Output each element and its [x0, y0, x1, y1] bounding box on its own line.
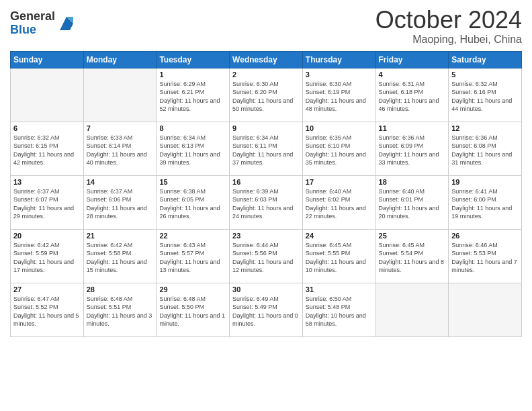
calendar-week-row: 13Sunrise: 6:37 AMSunset: 6:07 PMDayligh…	[11, 175, 522, 229]
day-number: 11	[379, 124, 446, 132]
sun-info: Sunrise: 6:35 AMSunset: 6:10 PMDaylight:…	[306, 134, 373, 167]
day-number: 18	[379, 178, 446, 186]
sun-info: Sunrise: 6:45 AMSunset: 5:55 PMDaylight:…	[306, 241, 373, 275]
sun-info: Sunrise: 6:32 AMSunset: 6:15 PMDaylight:…	[13, 134, 81, 167]
logo-icon	[56, 13, 77, 34]
calendar-week-row: 6Sunrise: 6:32 AMSunset: 6:15 PMDaylight…	[11, 122, 522, 175]
day-number: 16	[232, 178, 300, 186]
calendar-week-row: 1Sunrise: 6:29 AMSunset: 6:21 PMDaylight…	[11, 68, 522, 122]
day-number: 6	[13, 124, 81, 132]
table-row: 14Sunrise: 6:37 AMSunset: 6:06 PMDayligh…	[83, 175, 157, 229]
sun-info: Sunrise: 6:37 AMSunset: 6:07 PMDaylight:…	[13, 187, 81, 221]
location: Maoping, Hubei, China	[375, 34, 522, 46]
day-number: 29	[159, 285, 226, 293]
sun-info: Sunrise: 6:30 AMSunset: 6:20 PMDaylight:…	[232, 80, 300, 113]
sun-info: Sunrise: 6:42 AMSunset: 5:58 PMDaylight:…	[87, 241, 154, 275]
header-monday: Monday	[83, 51, 157, 68]
table-row: 8Sunrise: 6:34 AMSunset: 6:13 PMDaylight…	[157, 122, 230, 175]
logo-content: General Blue	[10, 10, 77, 37]
header: General Blue October 2024 Maoping, Hubei…	[10, 7, 522, 46]
sun-info: Sunrise: 6:37 AMSunset: 6:06 PMDaylight:…	[87, 187, 154, 221]
day-number: 17	[306, 178, 373, 186]
table-row: 22Sunrise: 6:43 AMSunset: 5:57 PMDayligh…	[157, 229, 230, 283]
table-row: 6Sunrise: 6:32 AMSunset: 6:15 PMDaylight…	[11, 122, 84, 175]
table-row: 31Sunrise: 6:50 AMSunset: 5:48 PMDayligh…	[302, 283, 375, 336]
table-row: 17Sunrise: 6:40 AMSunset: 6:02 PMDayligh…	[302, 175, 375, 229]
day-number: 14	[87, 178, 154, 186]
sun-info: Sunrise: 6:30 AMSunset: 6:19 PMDaylight:…	[306, 80, 373, 113]
day-number: 27	[13, 285, 81, 293]
table-row: 18Sunrise: 6:40 AMSunset: 6:01 PMDayligh…	[375, 175, 449, 229]
table-row	[449, 283, 522, 336]
day-number: 30	[232, 285, 300, 293]
day-number: 7	[87, 124, 154, 132]
sun-info: Sunrise: 6:48 AMSunset: 5:51 PMDaylight:…	[87, 295, 154, 328]
table-row: 10Sunrise: 6:35 AMSunset: 6:10 PMDayligh…	[302, 122, 375, 175]
sun-info: Sunrise: 6:47 AMSunset: 5:52 PMDaylight:…	[13, 295, 81, 328]
table-row: 20Sunrise: 6:42 AMSunset: 5:59 PMDayligh…	[11, 229, 84, 283]
day-number: 15	[159, 178, 226, 186]
table-row: 11Sunrise: 6:36 AMSunset: 6:09 PMDayligh…	[375, 122, 449, 175]
header-friday: Friday	[375, 51, 449, 68]
table-row	[375, 283, 449, 336]
table-row: 29Sunrise: 6:48 AMSunset: 5:50 PMDayligh…	[157, 283, 230, 336]
sun-info: Sunrise: 6:36 AMSunset: 6:08 PMDaylight:…	[451, 134, 519, 167]
sun-info: Sunrise: 6:39 AMSunset: 6:03 PMDaylight:…	[232, 187, 300, 221]
title-section: October 2024 Maoping, Hubei, China	[375, 7, 522, 46]
day-number: 28	[87, 285, 154, 293]
table-row: 28Sunrise: 6:48 AMSunset: 5:51 PMDayligh…	[83, 283, 157, 336]
month-title: October 2024	[375, 7, 522, 34]
table-row	[83, 68, 157, 122]
table-row: 27Sunrise: 6:47 AMSunset: 5:52 PMDayligh…	[11, 283, 84, 336]
table-row: 9Sunrise: 6:34 AMSunset: 6:11 PMDaylight…	[230, 122, 303, 175]
header-tuesday: Tuesday	[157, 51, 230, 68]
sun-info: Sunrise: 6:29 AMSunset: 6:21 PMDaylight:…	[159, 80, 226, 113]
table-row: 30Sunrise: 6:49 AMSunset: 5:49 PMDayligh…	[230, 283, 303, 336]
sun-info: Sunrise: 6:41 AMSunset: 6:00 PMDaylight:…	[451, 187, 519, 221]
table-row: 12Sunrise: 6:36 AMSunset: 6:08 PMDayligh…	[449, 122, 522, 175]
day-number: 4	[379, 71, 446, 79]
day-number: 25	[379, 232, 446, 240]
sun-info: Sunrise: 6:33 AMSunset: 6:14 PMDaylight:…	[87, 134, 154, 167]
table-row: 5Sunrise: 6:32 AMSunset: 6:16 PMDaylight…	[449, 68, 522, 122]
table-row: 26Sunrise: 6:46 AMSunset: 5:53 PMDayligh…	[449, 229, 522, 283]
day-number: 13	[13, 178, 81, 186]
sun-info: Sunrise: 6:34 AMSunset: 6:13 PMDaylight:…	[159, 134, 226, 167]
day-number: 12	[451, 124, 519, 132]
sun-info: Sunrise: 6:50 AMSunset: 5:48 PMDaylight:…	[306, 295, 373, 328]
sun-info: Sunrise: 6:31 AMSunset: 6:18 PMDaylight:…	[379, 80, 446, 113]
sun-info: Sunrise: 6:43 AMSunset: 5:57 PMDaylight:…	[159, 241, 226, 275]
calendar-table: Sunday Monday Tuesday Wednesday Thursday…	[10, 51, 522, 337]
table-row: 7Sunrise: 6:33 AMSunset: 6:14 PMDaylight…	[83, 122, 157, 175]
day-number: 10	[306, 124, 373, 132]
table-row: 2Sunrise: 6:30 AMSunset: 6:20 PMDaylight…	[230, 68, 303, 122]
sun-info: Sunrise: 6:49 AMSunset: 5:49 PMDaylight:…	[232, 295, 300, 328]
table-row: 21Sunrise: 6:42 AMSunset: 5:58 PMDayligh…	[83, 229, 157, 283]
table-row: 16Sunrise: 6:39 AMSunset: 6:03 PMDayligh…	[230, 175, 303, 229]
sun-info: Sunrise: 6:46 AMSunset: 5:53 PMDaylight:…	[451, 241, 519, 275]
header-sunday: Sunday	[11, 51, 84, 68]
header-thursday: Thursday	[302, 51, 375, 68]
calendar-week-row: 27Sunrise: 6:47 AMSunset: 5:52 PMDayligh…	[11, 283, 522, 336]
day-number: 5	[451, 71, 519, 79]
sun-info: Sunrise: 6:38 AMSunset: 6:05 PMDaylight:…	[159, 187, 226, 221]
logo-text: General Blue	[10, 10, 55, 37]
day-number: 31	[306, 285, 373, 293]
header-wednesday: Wednesday	[230, 51, 303, 68]
table-row: 4Sunrise: 6:31 AMSunset: 6:18 PMDaylight…	[375, 68, 449, 122]
table-row: 15Sunrise: 6:38 AMSunset: 6:05 PMDayligh…	[157, 175, 230, 229]
day-number: 23	[232, 232, 300, 240]
day-number: 21	[87, 232, 154, 240]
calendar-header-row: Sunday Monday Tuesday Wednesday Thursday…	[11, 51, 522, 68]
day-number: 2	[232, 71, 300, 79]
sun-info: Sunrise: 6:44 AMSunset: 5:56 PMDaylight:…	[232, 241, 300, 275]
table-row: 19Sunrise: 6:41 AMSunset: 6:00 PMDayligh…	[449, 175, 522, 229]
table-row: 3Sunrise: 6:30 AMSunset: 6:19 PMDaylight…	[302, 68, 375, 122]
day-number: 22	[159, 232, 226, 240]
day-number: 20	[13, 232, 81, 240]
sun-info: Sunrise: 6:40 AMSunset: 6:02 PMDaylight:…	[306, 187, 373, 221]
day-number: 3	[306, 71, 373, 79]
day-number: 24	[306, 232, 373, 240]
sun-info: Sunrise: 6:48 AMSunset: 5:50 PMDaylight:…	[159, 295, 226, 328]
sun-info: Sunrise: 6:32 AMSunset: 6:16 PMDaylight:…	[451, 80, 519, 113]
